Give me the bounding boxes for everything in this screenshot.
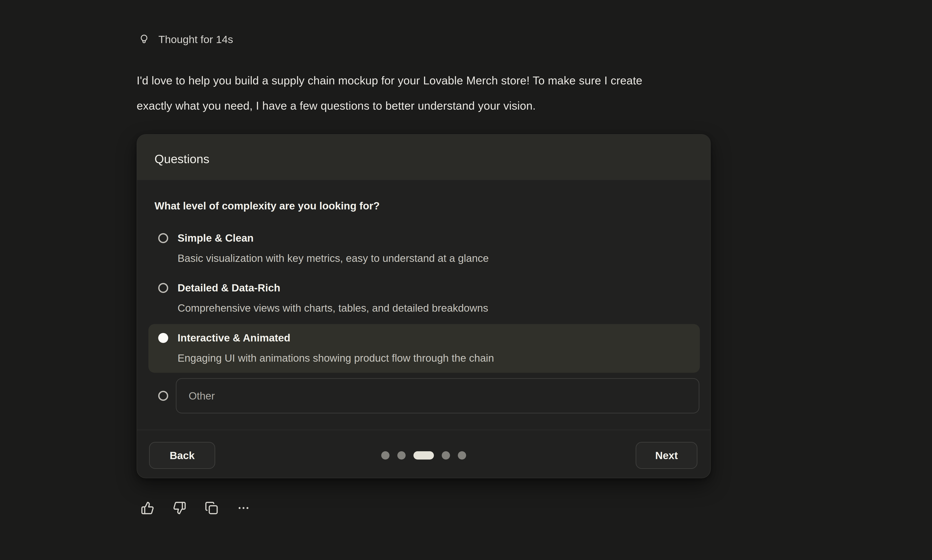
radio-selected-icon[interactable] (158, 333, 168, 343)
radio-unselected-icon[interactable] (158, 283, 168, 293)
more-options-icon (237, 501, 250, 515)
copy-icon (205, 501, 218, 515)
thought-label: Thought for 14s (159, 32, 233, 46)
question-heading: What level of complexity are you looking… (154, 199, 380, 213)
message-actions (140, 501, 251, 515)
option-description: Engaging UI with animations showing prod… (177, 351, 494, 365)
more-options-button[interactable] (236, 501, 251, 515)
thumbs-down-icon (173, 501, 186, 515)
option-label: Interactive & Animated (177, 331, 290, 345)
next-button[interactable]: Next (636, 442, 698, 469)
progress-dots (381, 451, 466, 460)
option-other[interactable] (148, 373, 700, 419)
option-detailed-data-rich[interactable]: Detailed & Data-Rich Comprehensive views… (148, 276, 700, 317)
thumbs-up-icon (141, 501, 154, 515)
option-label: Simple & Clean (177, 231, 254, 245)
lightbulb-icon (138, 33, 150, 45)
card-footer: Back Next (137, 430, 710, 478)
option-label: Detailed & Data-Rich (177, 281, 280, 295)
option-description: Basic visualization with key metrics, ea… (177, 252, 489, 265)
questions-card: Questions What level of complexity are y… (137, 134, 711, 478)
progress-dot (397, 451, 406, 460)
questions-card-header: Questions (137, 135, 710, 180)
card-title: Questions (154, 152, 210, 166)
assistant-message: I'd love to help you build a supply chai… (137, 68, 642, 118)
message-line: exactly what you need, I have a few ques… (137, 93, 642, 118)
option-interactive-animated-selected[interactable]: Interactive & Animated Engaging UI with … (148, 324, 700, 373)
progress-dot (442, 451, 450, 460)
radio-unselected-icon[interactable] (158, 391, 168, 401)
thumbs-down-button[interactable] (172, 501, 187, 515)
message-line: I'd love to help you build a supply chai… (137, 68, 642, 93)
thought-toggle[interactable]: Thought for 14s (138, 32, 233, 46)
option-simple-clean[interactable]: Simple & Clean Basic visualization with … (148, 226, 700, 268)
back-button[interactable]: Back (149, 442, 215, 469)
progress-dot (381, 451, 390, 460)
copy-button[interactable] (204, 501, 219, 515)
thumbs-up-button[interactable] (140, 501, 155, 515)
progress-dot-active (413, 451, 434, 460)
progress-dot (458, 451, 466, 460)
radio-unselected-icon[interactable] (158, 233, 168, 243)
other-input[interactable] (176, 378, 699, 414)
option-description: Comprehensive views with charts, tables,… (177, 302, 488, 315)
chat-page: Thought for 14s I'd love to help you bui… (0, 0, 932, 560)
